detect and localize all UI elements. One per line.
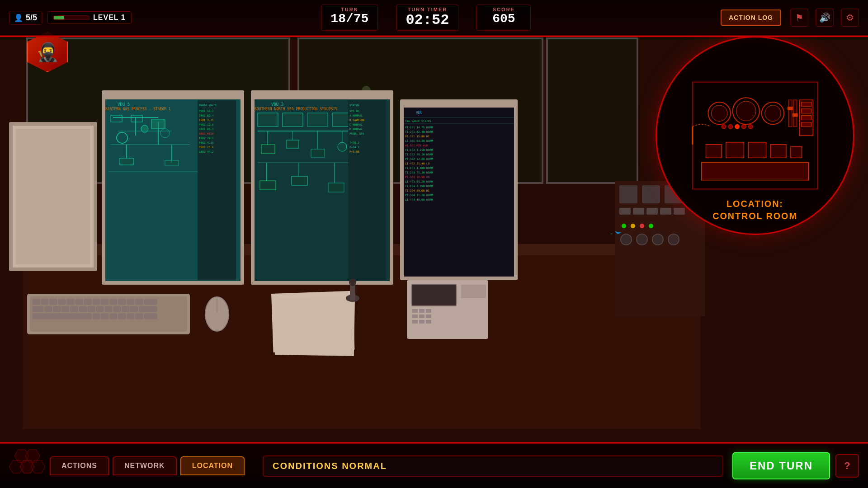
bottom-left-decoration (9, 448, 45, 484)
settings-button[interactable]: ⚙ (841, 9, 859, 27)
svg-rect-203 (788, 107, 793, 110)
avatar-hex-frame: 🥷 (25, 32, 70, 77)
status-text: CONDITIONS NORMAL (273, 461, 387, 471)
svg-rect-185 (791, 147, 802, 158)
location-schematic: LOCATION: CONTROL ROOM (657, 38, 853, 234)
actions-tab[interactable]: ACTIONS (50, 456, 109, 475)
svg-rect-205 (793, 113, 798, 117)
level-display: LEVEL 1 (47, 11, 132, 24)
center-hud-stats: TURN 18/75 TURN TIMER 02:52 SCORE 605 (132, 5, 721, 30)
avatar-image: 🥷 (27, 32, 68, 72)
timer-value: 02:52 (406, 12, 449, 28)
action-log-button[interactable]: ACTION LOG (721, 9, 781, 26)
score-value: 605 (492, 12, 515, 26)
flag-icon: ⚑ (795, 12, 803, 23)
xp-bar-fill (54, 16, 64, 19)
svg-text:LOCATION:: LOCATION: (726, 199, 783, 209)
health-display: 👤 5/5 (9, 11, 42, 25)
svg-rect-190 (802, 122, 811, 127)
timer-stat: TURN TIMER 02:52 (396, 5, 458, 30)
svg-point-201 (748, 124, 753, 129)
settings-icon: ⚙ (846, 12, 854, 23)
turn-value: 18/75 (330, 12, 368, 26)
svg-rect-180 (702, 162, 809, 180)
svg-text:CONTROL ROOM: CONTROL ROOM (712, 211, 797, 221)
top-right-icons: ⚑ 🔊 ⚙ (790, 9, 859, 27)
svg-rect-182 (726, 142, 744, 158)
health-value: 5/5 (26, 13, 37, 23)
help-button[interactable]: ? (835, 454, 859, 478)
svg-point-196 (765, 105, 781, 122)
svg-rect-204 (793, 100, 797, 127)
svg-point-192 (711, 105, 727, 122)
svg-rect-187 (802, 102, 811, 107)
svg-point-197 (722, 124, 726, 129)
top-hud: 👤 5/5 LEVEL 1 TURN 18/75 TURN TIMER 02:5… (0, 0, 868, 36)
level-text: LEVEL 1 (93, 14, 126, 22)
svg-point-198 (728, 124, 733, 129)
svg-rect-188 (802, 109, 811, 113)
location-tab[interactable]: LOCATION (180, 456, 245, 475)
svg-rect-202 (788, 100, 792, 127)
sound-icon: 🔊 (819, 12, 830, 23)
svg-rect-183 (748, 142, 766, 158)
character-face-icon: 🥷 (36, 43, 59, 61)
flag-button[interactable]: ⚑ (790, 9, 808, 27)
health-icon: 👤 (14, 14, 23, 22)
svg-point-199 (735, 124, 740, 129)
bottom-hud: ACTIONS NETWORK LOCATION CONDITIONS NORM… (0, 443, 868, 488)
action-tabs: ACTIONS NETWORK LOCATION (50, 456, 245, 475)
status-bar: CONDITIONS NORMAL (263, 455, 723, 477)
svg-point-200 (741, 124, 746, 129)
svg-rect-189 (802, 116, 811, 120)
end-turn-button[interactable]: END TURN (732, 452, 830, 479)
score-stat: SCORE 605 (476, 5, 531, 30)
sound-button[interactable]: 🔊 (816, 9, 834, 27)
xp-bar-container (53, 15, 90, 20)
network-tab[interactable]: NETWORK (113, 456, 177, 475)
svg-point-194 (736, 101, 756, 121)
svg-rect-184 (771, 145, 787, 158)
svg-rect-181 (706, 145, 722, 158)
player-info: 👤 5/5 LEVEL 1 (9, 11, 132, 25)
turn-stat: TURN 18/75 (321, 5, 378, 30)
location-circle-overlay: LOCATION: CONTROL ROOM (656, 36, 854, 235)
